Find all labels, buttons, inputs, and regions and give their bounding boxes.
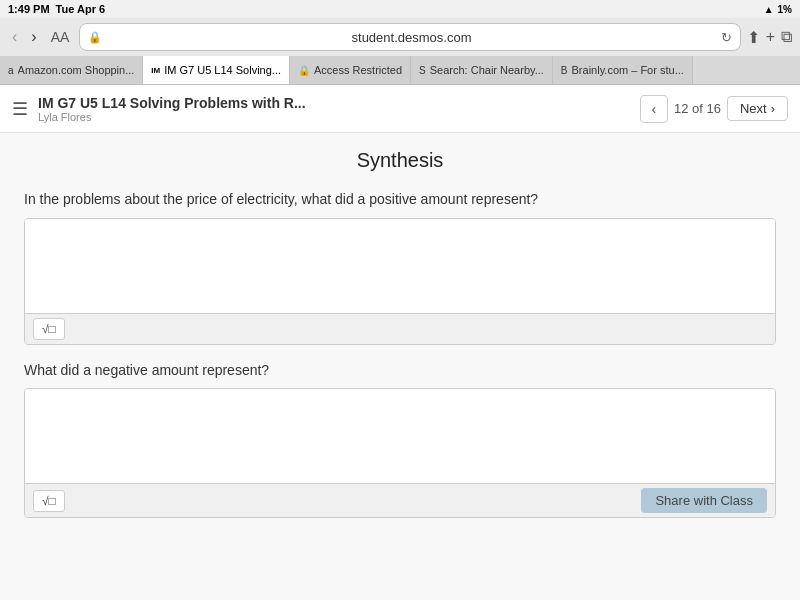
section-title: Synthesis bbox=[24, 149, 776, 172]
main-content: Synthesis In the problems about the pric… bbox=[0, 133, 800, 600]
brainly-favicon: B bbox=[561, 65, 568, 76]
tabs-bar: a Amazon.com Shoppin... IM IM G7 U5 L14 … bbox=[0, 56, 800, 84]
date-display: Tue Apr 6 bbox=[56, 3, 106, 15]
share-button[interactable]: ⬆ bbox=[747, 28, 760, 47]
amazon-tab-label: Amazon.com Shoppin... bbox=[18, 64, 135, 76]
wifi-icon: ▲ bbox=[764, 4, 774, 15]
desmos-tab-label: IM G7 U5 L14 Solving... bbox=[164, 64, 281, 76]
battery-display: 1% bbox=[778, 4, 792, 15]
tab-brainly[interactable]: B Brainly.com – For stu... bbox=[553, 56, 693, 84]
app-title-block: IM G7 U5 L14 Solving Problems with R... … bbox=[38, 95, 640, 123]
access-favicon: 🔒 bbox=[298, 65, 310, 76]
time-display: 1:49 PM bbox=[8, 3, 50, 15]
reader-mode-button[interactable]: AA bbox=[47, 27, 74, 47]
share-with-class-button[interactable]: Share with Class bbox=[641, 488, 767, 513]
prev-page-button[interactable]: ‹ bbox=[640, 95, 668, 123]
tab-search[interactable]: S Search: Chair Nearby... bbox=[411, 56, 553, 84]
response-box-2: √□ Share with Class bbox=[24, 388, 776, 518]
response-toolbar-1: √□ bbox=[25, 313, 775, 344]
search-favicon: S bbox=[419, 65, 426, 76]
tab-desmos[interactable]: IM IM G7 U5 L14 Solving... bbox=[143, 56, 290, 84]
math-button-2[interactable]: √□ bbox=[33, 490, 65, 512]
hamburger-button[interactable]: ☰ bbox=[12, 98, 28, 120]
response-textarea-1[interactable] bbox=[25, 219, 775, 309]
search-tab-label: Search: Chair Nearby... bbox=[430, 64, 544, 76]
address-bar[interactable]: 🔒 student.desmos.com ↻ bbox=[79, 23, 740, 51]
new-tab-button[interactable]: + bbox=[766, 28, 775, 46]
pagination-controls: ‹ 12 of 16 Next › bbox=[640, 95, 788, 123]
response-toolbar-2: √□ Share with Class bbox=[25, 483, 775, 517]
math-button-1[interactable]: √□ bbox=[33, 318, 65, 340]
amazon-favicon: a bbox=[8, 65, 14, 76]
question2-label: What did a negative amount represent? bbox=[24, 361, 776, 381]
url-display: student.desmos.com bbox=[107, 30, 715, 45]
app-title: IM G7 U5 L14 Solving Problems with R... bbox=[38, 95, 640, 111]
status-bar: 1:49 PM Tue Apr 6 ▲ 1% bbox=[0, 0, 800, 18]
lock-icon: 🔒 bbox=[88, 31, 102, 44]
next-chevron-icon: › bbox=[771, 101, 775, 116]
app-header: ☰ IM G7 U5 L14 Solving Problems with R..… bbox=[0, 85, 800, 133]
brainly-tab-label: Brainly.com – For stu... bbox=[572, 64, 684, 76]
back-button[interactable]: ‹ bbox=[8, 26, 21, 48]
forward-button[interactable]: › bbox=[27, 26, 40, 48]
page-info: 12 of 16 bbox=[674, 101, 721, 116]
browser-toolbar: ‹ › AA 🔒 student.desmos.com ↻ ⬆ + ⧉ bbox=[0, 18, 800, 56]
response-textarea-2[interactable] bbox=[25, 389, 775, 479]
browser-chrome: ‹ › AA 🔒 student.desmos.com ↻ ⬆ + ⧉ a Am… bbox=[0, 18, 800, 85]
question1-label: In the problems about the price of elect… bbox=[24, 190, 776, 210]
reload-icon[interactable]: ↻ bbox=[721, 30, 732, 45]
app-container: ☰ IM G7 U5 L14 Solving Problems with R..… bbox=[0, 85, 800, 600]
response-box-1: √□ bbox=[24, 218, 776, 345]
browser-actions: ⬆ + ⧉ bbox=[747, 28, 792, 47]
tabs-button[interactable]: ⧉ bbox=[781, 28, 792, 46]
app-subtitle: Lyla Flores bbox=[38, 111, 640, 123]
tab-access-restricted[interactable]: 🔒 Access Restricted bbox=[290, 56, 411, 84]
access-tab-label: Access Restricted bbox=[314, 64, 402, 76]
tab-amazon[interactable]: a Amazon.com Shoppin... bbox=[0, 56, 143, 84]
next-button[interactable]: Next › bbox=[727, 96, 788, 121]
desmos-favicon: IM bbox=[151, 66, 160, 75]
